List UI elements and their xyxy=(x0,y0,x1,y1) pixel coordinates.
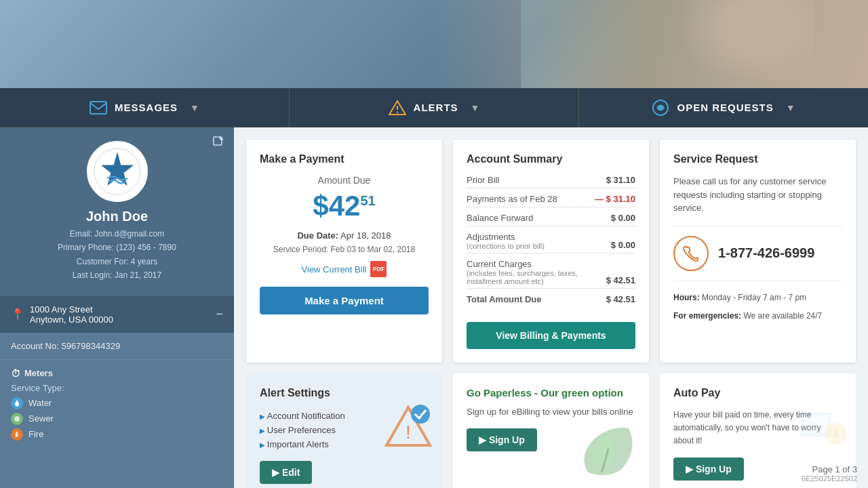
svg-point-13 xyxy=(411,405,430,424)
open-requests-icon xyxy=(651,98,670,117)
service-request-card: Service Request Please call us for any c… xyxy=(660,140,856,363)
go-paperless-card: Go Paperless - Our green option Sign up … xyxy=(453,373,649,488)
page-id: 6E25025E22502 xyxy=(802,474,857,483)
meters-title: ⏱ Meters xyxy=(11,368,223,379)
meter-fire: Fire xyxy=(11,428,223,441)
bottom-cards-row: Alert Settings Account Notification User… xyxy=(246,373,856,488)
edit-profile-icon[interactable] xyxy=(212,136,224,151)
sidebar: John Doe Email: John.d@gmail.com Primary… xyxy=(0,127,234,488)
account-summary-title: Account Summary xyxy=(467,153,635,165)
edit-alerts-button[interactable]: ▶ Edit xyxy=(260,461,312,484)
meter-sewer: Sewer xyxy=(11,413,223,425)
amount-due-value: $4251 xyxy=(260,190,429,222)
nav-alerts[interactable]: ALERTS ▼ xyxy=(290,88,579,127)
content-area: Make a Payment Amount Due $4251 Due Date… xyxy=(234,127,868,488)
go-paperless-title: Go Paperless - Our green option xyxy=(467,387,635,399)
alert-graphic: ! xyxy=(381,401,435,455)
make-payment-card: Make a Payment Amount Due $4251 Due Date… xyxy=(246,140,442,363)
page-indicator: Page 1 of 3 6E25025E22502 xyxy=(802,464,857,483)
svg-point-10 xyxy=(14,416,20,422)
service-description: Please call us for any customer service … xyxy=(673,175,842,215)
amount-cents: 51 xyxy=(360,193,375,208)
hours-info: Hours: Monday - Friday 7 am - 7 pm xyxy=(673,291,842,306)
top-cards-row: Make a Payment Amount Due $4251 Due Date… xyxy=(246,140,856,363)
go-paperless-desc: Sign up for eBilling to view your bills … xyxy=(467,405,635,419)
hero-banner xyxy=(0,0,868,88)
fire-label: Fire xyxy=(28,429,43,439)
alert-settings-card: Alert Settings Account Notification User… xyxy=(246,373,442,488)
amount-dollars: $42 xyxy=(313,190,360,222)
user-customer-for: Customer For: 4 years xyxy=(14,255,220,268)
collapse-address-icon[interactable]: − xyxy=(216,307,223,321)
user-phone: Primary Phone: (123) 456 - 7890 xyxy=(14,241,220,254)
user-name: John Doe xyxy=(14,209,220,224)
view-bill-link[interactable]: View Current Bill PDF xyxy=(260,261,429,277)
alerts-icon xyxy=(388,98,407,117)
svg-point-5 xyxy=(658,106,663,110)
nav-messages[interactable]: MESSAGES ▼ xyxy=(0,88,290,127)
view-bill-label: View Current Bill xyxy=(302,264,367,274)
main-layout: John Doe Email: John.d@gmail.com Primary… xyxy=(0,127,868,488)
account-summary-card: Account Summary Prior Bill $ 31.10 Payme… xyxy=(453,140,649,363)
messages-chevron: ▼ xyxy=(190,102,200,113)
service-type-label: Service Type: xyxy=(11,383,223,393)
emergency-value: We are available 24/7 xyxy=(743,311,822,321)
autopay-graphic: $ xyxy=(795,401,849,455)
summary-rows: Prior Bill $ 31.10 Payments as of Feb 28… xyxy=(467,175,635,307)
page-number: Page 1 of 3 xyxy=(802,464,857,474)
amount-due-label: Amount Due xyxy=(260,175,429,186)
pdf-icon: PDF xyxy=(370,261,387,277)
service-request-title: Service Request xyxy=(673,153,842,165)
address-section: 📍 1000 Any Street Anytown, USA 00000 − xyxy=(0,296,234,333)
avatar xyxy=(87,141,148,202)
sewer-label: Sewer xyxy=(28,413,54,424)
leaf-graphic xyxy=(574,422,642,488)
user-last-login: Last Login: Jan 21, 2017 xyxy=(14,268,220,282)
autopay-signup-button[interactable]: ▶ Sign Up xyxy=(673,458,744,481)
hours-value: Monday - Friday 7 am - 7 pm xyxy=(702,293,806,302)
alert-settings-title: Alert Settings xyxy=(260,387,429,399)
sewer-dot xyxy=(11,413,23,425)
paperless-signup-button[interactable]: ▶ Sign Up xyxy=(467,428,537,451)
messages-icon xyxy=(89,98,108,117)
summary-row-current-charges: Current Charges (includes fees, surcharg… xyxy=(467,259,635,289)
summary-row-adjustments: Adjustments (corrections to prior bill) … xyxy=(467,232,635,253)
svg-point-3 xyxy=(396,111,397,113)
address-line2: Anytown, USA 00000 xyxy=(30,314,113,325)
water-dot xyxy=(11,397,23,409)
account-number: Account No: 596798344329 xyxy=(0,333,234,360)
meter-water: Water xyxy=(11,397,223,409)
navbar: MESSAGES ▼ ALERTS ▼ OPEN REQUESTS ▼ xyxy=(0,88,868,127)
svg-text:$: $ xyxy=(833,428,839,439)
svg-text:!: ! xyxy=(406,422,411,443)
hours-label: Hours: xyxy=(673,293,700,302)
due-date: Due Date: Apr 18, 2018 xyxy=(260,230,429,241)
address-line1: 1000 Any Street xyxy=(30,304,113,314)
phone-icon xyxy=(673,236,709,271)
alerts-chevron: ▼ xyxy=(471,102,481,113)
service-period: Service Period: Feb 03 to Mar 02, 2018 xyxy=(260,245,429,254)
phone-number: 1-877-426-6999 xyxy=(718,245,814,261)
svg-rect-0 xyxy=(90,102,106,114)
make-payment-button[interactable]: Make a Payment xyxy=(260,287,429,314)
account-no-text: Account No: 596798344329 xyxy=(11,341,120,351)
summary-row-prior-bill: Prior Bill $ 31.10 xyxy=(467,175,635,188)
open-requests-chevron: ▼ xyxy=(786,102,796,113)
view-billing-payments-button[interactable]: View Billing & Payments xyxy=(467,322,635,349)
emergency-label: For emergencies: xyxy=(673,311,741,321)
open-requests-label: OPEN REQUESTS xyxy=(677,102,773,113)
address-text: 📍 1000 Any Street Anytown, USA 00000 xyxy=(11,304,113,325)
summary-row-payments: Payments as of Feb 28 — $ 31.10 xyxy=(467,194,635,207)
clock-icon: ⏱ xyxy=(11,368,20,379)
alerts-label: ALERTS xyxy=(414,102,458,113)
svg-rect-15 xyxy=(803,415,828,433)
profile-section: John Doe Email: John.d@gmail.com Primary… xyxy=(0,127,234,296)
make-payment-title: Make a Payment xyxy=(260,153,429,165)
fire-dot xyxy=(11,428,23,441)
meters-section: ⏱ Meters Service Type: Water Sewer xyxy=(0,360,234,452)
messages-label: MESSAGES xyxy=(115,102,178,113)
water-label: Water xyxy=(28,398,52,408)
location-icon: 📍 xyxy=(11,308,24,321)
emergency-info: For emergencies: We are available 24/7 xyxy=(673,309,842,324)
nav-open-requests[interactable]: OPEN REQUESTS ▼ xyxy=(579,88,868,127)
